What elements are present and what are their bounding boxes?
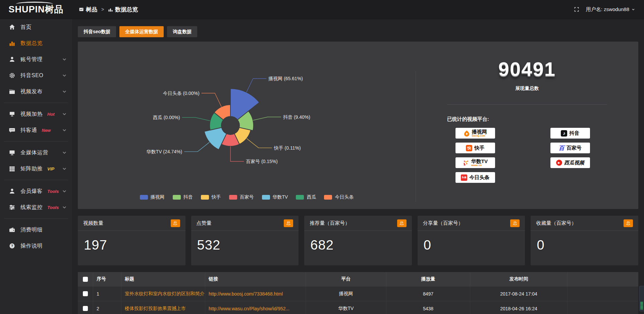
video-title-link[interactable]: 室外水纹灯和室内水纹灯的区别和简介 (125, 291, 205, 297)
legend-item-快手[interactable]: 快手 (201, 194, 221, 200)
sidebar-item-lead-monitor[interactable]: 线索监控 Tools (0, 199, 72, 215)
stat-value: 682 (304, 231, 412, 259)
clapperboard-icon (9, 88, 15, 95)
topbar-right: 用户名: zswodun88 (574, 6, 644, 13)
legend-swatch (229, 195, 237, 200)
legend-swatch (262, 195, 270, 200)
row-index: 1 (93, 286, 121, 301)
total-badge[interactable]: 总 (171, 219, 180, 227)
chevron-down-icon (62, 112, 67, 116)
dashboard-icon (79, 7, 84, 12)
user-menu[interactable]: 用户名: zswodun88 (586, 6, 635, 13)
platform-badge-douyin[interactable]: ♪ 抖音 (550, 128, 590, 139)
bar-chart-icon (108, 7, 113, 12)
platform-name: 今日头条 (469, 174, 489, 181)
platform-name: 快手 (474, 145, 484, 151)
breadcrumb-root[interactable]: 树品 (79, 6, 97, 13)
row-checkbox[interactable] (83, 291, 88, 296)
row-index: 2 (93, 301, 121, 314)
app-logo[interactable]: SHUPIN树品 (0, 0, 72, 19)
floating-widget[interactable] (639, 286, 644, 311)
summary-divider (447, 104, 607, 105)
sidebar-item-spending-detail[interactable]: 消费明细 (0, 222, 72, 238)
row-plays: 8497 (386, 286, 470, 301)
legend-item-播视网[interactable]: 播视网 (140, 194, 165, 200)
total-impressions-value: 90491 (447, 58, 607, 80)
stat-card-likes: 点赞量 总 532 (191, 216, 299, 265)
video-table: 序号 标题 链接 平台 播放量 发布时间 1 室外水纹灯和室内水纹灯的区别和简介… (78, 272, 638, 314)
platform-badge-xigua[interactable]: ▶ 西瓜视频 (550, 157, 590, 168)
sidebar-item-home[interactable]: 首页 (0, 19, 72, 35)
fullscreen-icon[interactable] (574, 7, 579, 12)
sidebar-divider (4, 103, 68, 103)
row-checkbox[interactable] (83, 306, 88, 311)
stat-card-recommends: 推荐量（百家号） 总 682 (304, 216, 412, 265)
sidebar-item-label: 数据总览 (20, 40, 43, 47)
legend-label: 快手 (212, 194, 221, 200)
sidebar-divider (4, 218, 68, 219)
video-title-link[interactable]: 楼体投影灯投影效果震撼上市 (125, 306, 186, 312)
stat-card-shares: 分享量（百家号） 总 0 (418, 216, 525, 265)
tab-inquiry-data[interactable]: 询盘数据 (167, 26, 197, 37)
hot-badge: Hot (47, 112, 55, 117)
video-url-link[interactable]: http://www.boosj.com/7338468.html (209, 291, 283, 297)
sidebar-item-label: 首页 (20, 24, 32, 31)
sidebar-item-douyin-seo[interactable]: 抖音SEO (0, 67, 72, 84)
rose-chart-svg: 播视网 (65.61%)抖音 (9.40%)快手 (0.11%)百家号 (0.1… (78, 42, 416, 191)
pie-slice-华数TV[interactable] (204, 127, 226, 150)
svg-text:?: ? (11, 244, 13, 248)
platform-name: 百家号 (567, 145, 582, 151)
platform-badge-wasu[interactable]: 华数TV wasu.cn (455, 157, 495, 168)
tab-omnimedia-data[interactable]: 全媒体运营数据 (119, 26, 164, 37)
legend-swatch (173, 195, 181, 200)
breadcrumb-current[interactable]: 数据总览 (108, 6, 138, 13)
platform-badge-boosj[interactable]: 播视网 boosj.com (455, 128, 495, 139)
sidebar-item-account[interactable]: 账号管理 (0, 51, 72, 67)
sidebar-item-instructions[interactable]: ? 操作说明 (0, 238, 72, 254)
chevron-down-icon (62, 73, 67, 78)
row-time: 2018-04-26 16:24 (470, 301, 568, 314)
sidebar-item-omnimedia[interactable]: 全媒体运营 (0, 145, 72, 161)
chart-panel: 播视网 (65.61%)抖音 (9.40%)快手 (0.11%)百家号 (0.1… (78, 42, 638, 209)
platform-name: 西瓜视频 (564, 160, 584, 166)
total-badge[interactable]: 总 (397, 219, 407, 227)
legend-swatch (140, 195, 148, 200)
legend-item-今日头条[interactable]: 今日头条 (324, 194, 354, 200)
sidebar-item-video-heat[interactable]: 视频加热 Hot (0, 106, 72, 122)
gear-icon (9, 72, 15, 79)
pie-label: 西瓜 (0.00%) (153, 115, 180, 120)
platform-name: 抖音 (569, 130, 579, 137)
legend-item-百家号[interactable]: 百家号 (229, 194, 254, 200)
platform-badge-kuaishou[interactable]: 快 快手 (455, 143, 495, 153)
platform-badge-baijiahao[interactable]: 百 百家号 (550, 143, 590, 153)
select-all-checkbox[interactable] (83, 277, 88, 282)
platform-name: 华数TV (471, 159, 488, 164)
sidebar-item-douketong[interactable]: 抖客通 New (0, 122, 72, 138)
total-badge[interactable]: 总 (624, 219, 633, 227)
sidebar-item-data-overview[interactable]: 数据总览 (0, 35, 72, 51)
legend-item-西瓜[interactable]: 西瓜 (296, 194, 316, 200)
sidebar-divider (4, 180, 68, 180)
pie-label: 百家号 (0.15%) (246, 159, 278, 164)
label-leader-line (253, 117, 281, 120)
sidebar-item-label: 线索监控 (20, 204, 43, 211)
platform-badge-toutiao[interactable]: 头条 今日头条 (455, 172, 495, 183)
total-badge[interactable]: 总 (510, 219, 520, 227)
top-bar: SHUPIN树品 树品 > 数据总览 用户名: zswodun88 (0, 0, 644, 19)
sidebar-item-matrix-boost[interactable]: 矩阵助推 VIP (0, 161, 72, 177)
tab-douyin-seo-data[interactable]: 抖音seo数据 (78, 26, 116, 37)
sidebar-divider (4, 141, 68, 142)
legend-item-华数TV[interactable]: 华数TV (262, 194, 288, 200)
stat-title: 收藏量（百家号） (536, 220, 576, 226)
sidebar-item-member-burst[interactable]: 会员爆客 Tools (0, 183, 72, 199)
stat-card-favorites: 收藏量（百家号） 总 0 (531, 216, 638, 265)
label-leader-line (247, 139, 272, 148)
stat-value: 0 (531, 231, 638, 259)
breadcrumb-separator: > (101, 7, 104, 12)
total-badge[interactable]: 总 (284, 219, 293, 227)
sidebar-item-video-publish[interactable]: 视频发布 (0, 84, 72, 100)
legend-item-抖音[interactable]: 抖音 (173, 194, 193, 200)
video-url-link[interactable]: http://www.wasu.cn/Play/show/id/952... (209, 306, 289, 311)
chat-bubble-icon (9, 127, 15, 134)
legend-swatch (324, 195, 332, 200)
